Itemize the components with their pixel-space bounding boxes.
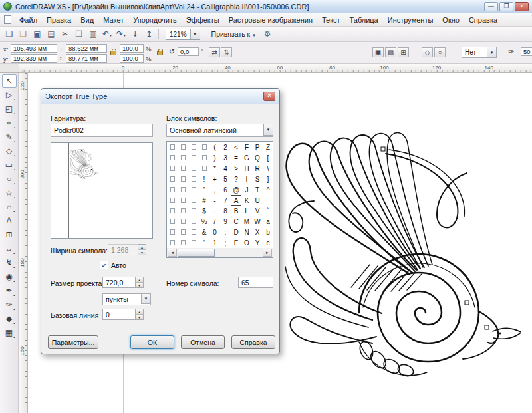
y-position-field[interactable]: 192,339 мм — [11, 54, 57, 63]
lock-ratio-icon[interactable] — [110, 51, 116, 55]
char-cell[interactable] — [178, 184, 188, 195]
char-cell[interactable]: 1 — [209, 237, 220, 248]
horizontal-ruler[interactable]: 020406080100120140 — [19, 64, 532, 73]
char-cell[interactable]: _ — [263, 195, 273, 206]
char-cell[interactable]: O — [241, 237, 252, 248]
char-cell[interactable]: 5 — [220, 174, 231, 184]
char-cell[interactable] — [167, 174, 178, 184]
char-cell[interactable]: Z — [263, 142, 273, 152]
minimize-button[interactable]: — — [484, 2, 498, 11]
char-cell[interactable] — [178, 227, 188, 237]
char-cell[interactable]: D — [231, 227, 241, 237]
char-cell[interactable]: # — [199, 195, 209, 206]
char-cell[interactable]: I — [241, 174, 252, 184]
menu-item[interactable]: Инструменты — [383, 15, 438, 25]
char-cell[interactable]: E — [231, 237, 241, 248]
crop-tool-icon[interactable]: ◰ — [2, 102, 17, 116]
x-position-field[interactable]: 105,493 мм — [11, 44, 57, 53]
scroll-thumb[interactable] — [178, 249, 215, 257]
char-cell[interactable] — [178, 195, 188, 206]
maximize-button[interactable]: ❐ — [499, 2, 513, 11]
char-cell[interactable]: 6 — [220, 184, 231, 195]
menu-item[interactable]: Макет — [98, 15, 128, 25]
menu-item[interactable]: Текст — [317, 15, 345, 25]
blend-tool-icon[interactable]: ◉ — [2, 270, 17, 283]
freehand-tool-icon[interactable]: ✎ — [2, 130, 17, 144]
char-cell[interactable]: ` — [263, 206, 273, 216]
basic-shapes-tool-icon[interactable]: ⌂ — [2, 200, 17, 213]
table-tool-icon[interactable]: ⊞ — [2, 228, 17, 241]
char-cell[interactable]: M — [241, 216, 252, 227]
propbar-icon[interactable]: ◇ — [422, 47, 433, 57]
chevron-down-icon[interactable] — [263, 124, 273, 136]
pick-tool-icon[interactable]: ↖ — [2, 74, 17, 88]
char-cell[interactable] — [167, 227, 178, 237]
char-cell[interactable]: - — [209, 195, 220, 206]
char-cell[interactable]: G — [241, 152, 252, 163]
symbol-block-select[interactable]: Основной латинский — [166, 124, 273, 137]
char-cell[interactable] — [178, 216, 188, 227]
char-cell[interactable]: , — [209, 184, 220, 195]
char-cell[interactable] — [167, 237, 178, 248]
char-cell[interactable]: ; — [220, 237, 231, 248]
char-cell[interactable] — [199, 163, 209, 174]
char-cell[interactable]: $ — [199, 206, 209, 216]
object-height-field[interactable]: 89,771 мм — [66, 54, 107, 63]
char-cell[interactable]: U — [252, 195, 263, 206]
char-cell[interactable]: \ — [263, 163, 273, 174]
design-size-spinner[interactable] — [135, 277, 144, 288]
chevron-down-icon[interactable] — [487, 47, 496, 57]
char-cell[interactable] — [178, 163, 188, 174]
menu-item[interactable]: Растровые изображения — [224, 15, 317, 25]
propbar-icon[interactable]: ▣ — [372, 47, 384, 57]
char-cell[interactable] — [178, 237, 188, 248]
dialog-title-bar[interactable]: Экспорт True Type ✕ — [41, 89, 279, 104]
char-cell[interactable] — [167, 152, 178, 163]
auto-checkbox[interactable] — [100, 261, 108, 269]
propbar-icon[interactable]: ○ — [434, 47, 446, 57]
char-cell[interactable] — [188, 152, 199, 163]
design-size-field[interactable]: 720,0 — [102, 277, 144, 288]
scale-y-field[interactable]: 100,0 — [120, 54, 144, 63]
char-cell[interactable]: ? — [231, 174, 241, 184]
rotation-angle-field[interactable]: 0,0 — [178, 47, 199, 56]
baseline-spinner[interactable] — [135, 309, 144, 320]
char-cell[interactable]: Y — [252, 237, 263, 248]
char-cell[interactable]: . — [209, 206, 220, 216]
char-cell[interactable] — [178, 142, 188, 152]
cut-icon[interactable]: ✂ — [59, 28, 72, 40]
copy-icon[interactable]: ❐ — [72, 28, 86, 40]
help-button[interactable]: Справка — [231, 335, 275, 349]
char-cell[interactable]: N — [241, 227, 252, 237]
char-cell[interactable]: 8 — [220, 206, 231, 216]
char-cell[interactable]: " — [199, 184, 209, 195]
char-cell[interactable]: H — [241, 163, 252, 174]
char-cell[interactable]: a — [263, 216, 273, 227]
char-cell[interactable] — [188, 184, 199, 195]
char-cell[interactable]: ' — [199, 237, 209, 248]
char-cell[interactable]: P — [252, 142, 263, 152]
char-cell[interactable]: C — [231, 216, 241, 227]
char-cell[interactable]: @ — [231, 184, 241, 195]
char-cell[interactable]: c — [263, 237, 273, 248]
close-button[interactable]: × — [515, 2, 529, 11]
outline-width-select[interactable]: Нет — [462, 47, 497, 58]
char-cell[interactable]: & — [199, 227, 209, 237]
char-cell[interactable]: J — [241, 184, 252, 195]
text-tool-icon[interactable]: A — [2, 214, 17, 227]
cancel-button[interactable]: Отмена — [181, 335, 225, 349]
char-cell[interactable]: ) — [209, 152, 220, 163]
save-icon[interactable]: ▣ — [31, 28, 44, 40]
redo-icon[interactable]: ↷ — [114, 28, 128, 40]
char-cell[interactable] — [167, 216, 178, 227]
char-cell[interactable]: < — [231, 142, 241, 152]
outline-pen-tool-icon[interactable]: ✑ — [2, 298, 17, 311]
char-cell[interactable]: ( — [209, 142, 220, 152]
char-cell[interactable]: / — [209, 216, 220, 227]
menu-item[interactable]: Упорядочить — [128, 15, 181, 25]
mirror-vertical-button[interactable]: ⇅ — [221, 47, 232, 57]
char-cell[interactable] — [188, 206, 199, 216]
ellipse-tool-icon[interactable]: ○ — [2, 172, 17, 186]
ok-button[interactable]: ОК — [130, 335, 174, 349]
import-icon[interactable]: ↧ — [128, 28, 142, 40]
